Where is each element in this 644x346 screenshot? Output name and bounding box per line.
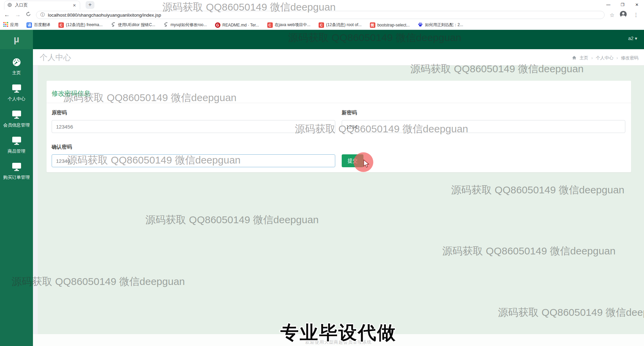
- bookmark-label: mysql如何修改roo...: [171, 22, 207, 28]
- sidebar-item-label: 个人中心: [8, 96, 25, 102]
- bookmark-label: 如何用正则匹配：2...: [425, 22, 463, 28]
- breadcrumb-current: 修改密码: [621, 55, 639, 61]
- bookmark-label: 百度翻译: [34, 22, 50, 28]
- sidebar-item-label: 会员信息管理: [3, 122, 30, 128]
- bookmark-apps[interactable]: 应用: [3, 22, 18, 28]
- content-area: 修改密码信息 原密码 新密码 确认密码 提交 欢迎使用大型商: [33, 65, 644, 346]
- jianshu-icon: 简: [370, 22, 375, 28]
- sidebar-item-label: 主页: [12, 70, 21, 76]
- breadcrumb-separator: ›: [591, 56, 593, 60]
- confirm-password-label: 确认密码: [52, 144, 335, 150]
- tab-title: 入口页: [15, 2, 72, 8]
- divider: [47, 103, 631, 103]
- refresh-icon[interactable]: [26, 12, 31, 18]
- bookmark-label: README.md · Ter...: [222, 23, 259, 27]
- breadcrumb-profile[interactable]: 个人中心: [596, 55, 613, 61]
- bookmark-star-icon[interactable]: ☆: [610, 12, 614, 18]
- monitor-icon: [12, 162, 22, 172]
- app-header: a2 ▾: [33, 30, 644, 49]
- new-password-label: 新密码: [342, 110, 625, 116]
- change-password-card: 修改密码信息 原密码 新密码 确认密码 提交: [47, 81, 631, 172]
- sidebar-item-profile[interactable]: 个人中心: [0, 80, 33, 106]
- browser-toolbar: ← → ⓘ localhost:8080/shangchaohuiyuangua…: [0, 9, 644, 20]
- monitor-icon: [12, 84, 22, 94]
- bookmark-item[interactable]: 译 百度翻译: [26, 22, 50, 28]
- forward-icon[interactable]: →: [15, 12, 21, 18]
- bookmark-item[interactable]: 如何用正则匹配：2...: [418, 22, 463, 28]
- page-title-bar: 个人中心 主页 › 个人中心 › 修改密码: [33, 49, 644, 65]
- user-dropdown[interactable]: a2 ▾: [628, 36, 638, 41]
- bookmark-item[interactable]: mysql如何修改roo...: [163, 22, 207, 28]
- csdn-icon: C: [267, 22, 273, 28]
- pen-squiggle-icon: [111, 22, 116, 28]
- monitor-icon: [12, 136, 22, 146]
- baidu-translate-icon: 译: [26, 22, 32, 28]
- breadcrumb: 主页 › 个人中心 › 修改密码: [572, 55, 639, 61]
- bookmark-item[interactable]: 使用UEditor 报错C...: [111, 22, 155, 28]
- bookmark-label: bootstrap-select...: [377, 23, 410, 27]
- csdn-icon: C: [58, 22, 64, 28]
- bookmark-item[interactable]: C 在java web项目中...: [267, 22, 310, 28]
- browser-tab[interactable]: 入口页 ✕: [4, 1, 80, 9]
- pen-squiggle-icon: [163, 22, 168, 28]
- card-title: 修改密码信息: [52, 89, 626, 98]
- sidebar-item-members[interactable]: 会员信息管理: [0, 106, 33, 132]
- bookmark-label: (12条消息) root of...: [326, 22, 362, 28]
- apps-grid-icon: [3, 22, 8, 28]
- app-window: μ a2 ▾ 主页 个人中心: [0, 30, 644, 346]
- minimize-icon[interactable]: —: [601, 0, 615, 9]
- browser-tab-strip: 入口页 ✕ + — ❐ ✕: [0, 0, 644, 9]
- breadcrumb-home[interactable]: 主页: [579, 55, 588, 61]
- app-logo[interactable]: μ: [0, 30, 33, 49]
- page-title: 个人中心: [40, 52, 71, 63]
- page-info-icon[interactable]: ⓘ: [40, 12, 45, 18]
- bookmark-label: 使用UEditor 报错C...: [118, 22, 155, 28]
- confirm-password-input[interactable]: [52, 154, 335, 167]
- bookmark-item[interactable]: G README.md · Ter...: [215, 22, 259, 28]
- old-password-input[interactable]: [52, 120, 335, 133]
- gitee-icon: G: [215, 22, 220, 28]
- csdn-icon: C: [319, 22, 324, 28]
- breadcrumb-separator: ›: [616, 56, 618, 60]
- bookmark-item[interactable]: C (12条消息) root of...: [319, 22, 362, 28]
- sidebar-item-label: 购买订单管理: [3, 174, 30, 180]
- sidebar-item-label: 商品管理: [8, 148, 25, 154]
- new-tab-button[interactable]: +: [86, 1, 94, 9]
- baidu-paw-icon: [418, 22, 423, 28]
- bookmark-label: 应用: [10, 22, 18, 28]
- bookmarks-bar: 应用 译 百度翻译 C (12条消息) freema... 使用UEditor …: [0, 20, 644, 30]
- restore-icon[interactable]: ❐: [615, 0, 630, 9]
- bookmark-item[interactable]: C (12条消息) freema...: [58, 22, 103, 28]
- bookmark-label: 在java web项目中...: [275, 22, 310, 28]
- window-controls: — ❐ ✕: [601, 0, 644, 9]
- caret-down-icon: ▾: [635, 36, 637, 41]
- close-icon[interactable]: ✕: [630, 0, 644, 9]
- big-banner-text: 专业毕设代做: [281, 321, 397, 345]
- tab-favicon-globe-icon: [7, 2, 12, 8]
- bookmark-item[interactable]: 简 bootstrap-select...: [370, 22, 410, 28]
- back-icon[interactable]: ←: [4, 12, 10, 18]
- tab-close-icon[interactable]: ✕: [72, 3, 77, 8]
- sidebar-item-orders[interactable]: 购买订单管理: [0, 158, 33, 185]
- avatar[interactable]: [620, 11, 627, 19]
- mouse-cursor-icon: [363, 159, 371, 170]
- sidebar-item-products[interactable]: 商品管理: [0, 132, 33, 158]
- browser-menu-icon[interactable]: ⋮: [632, 12, 640, 18]
- sidebar-nav: 主页 个人中心 会员信息管理 商品管理 购买订单管理: [0, 49, 33, 346]
- url-text[interactable]: localhost:8080/shangchaohuiyuanguanlixit…: [48, 13, 161, 18]
- home-icon: [572, 56, 576, 61]
- bookmark-label: (12条消息) freema...: [66, 22, 103, 28]
- new-password-input[interactable]: [342, 120, 625, 133]
- monitor-icon: [12, 110, 22, 120]
- old-password-label: 原密码: [52, 110, 335, 116]
- address-bar[interactable]: ⓘ localhost:8080/shangchaohuiyuanguanlix…: [36, 11, 605, 19]
- dashboard-icon: [12, 58, 22, 68]
- sidebar-item-home[interactable]: 主页: [0, 54, 33, 80]
